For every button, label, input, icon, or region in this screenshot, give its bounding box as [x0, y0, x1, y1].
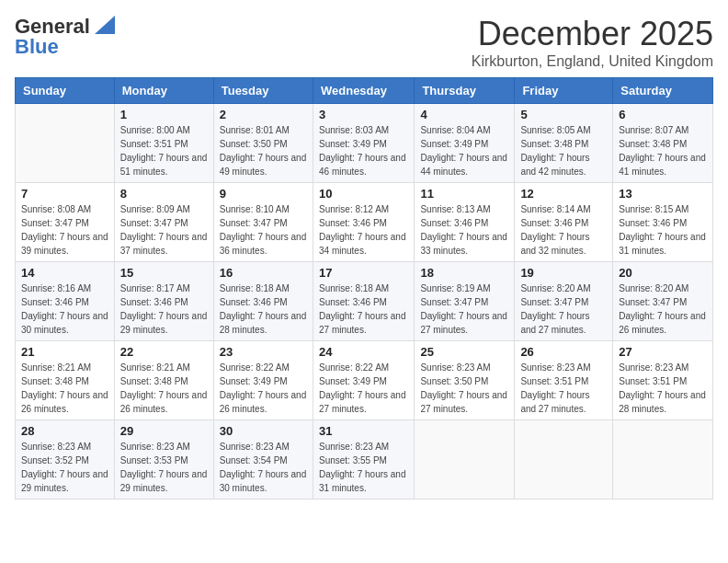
sunset-text: Sunset: 3:50 PM — [420, 376, 488, 386]
day-cell: 15Sunrise: 8:17 AMSunset: 3:46 PMDayligh… — [114, 262, 213, 341]
daylight-label: Daylight: — [120, 469, 159, 479]
day-info: Sunrise: 8:19 AMSunset: 3:47 PMDaylight:… — [420, 282, 508, 337]
sunset-text: Sunset: 3:53 PM — [120, 455, 188, 465]
day-cell — [415, 420, 515, 500]
day-number: 19 — [520, 266, 607, 280]
day-cell: 1Sunrise: 8:00 AMSunset: 3:51 PMDaylight… — [114, 104, 213, 183]
day-cell: 16Sunrise: 8:18 AMSunset: 3:46 PMDayligh… — [213, 262, 313, 341]
sunrise-text: Sunrise: 8:14 AM — [520, 204, 590, 214]
day-cell: 7Sunrise: 8:08 AMSunset: 3:47 PMDaylight… — [16, 183, 115, 262]
sunset-text: Sunset: 3:54 PM — [220, 455, 288, 465]
day-info: Sunrise: 8:23 AMSunset: 3:51 PMDaylight:… — [520, 361, 607, 416]
day-cell: 31Sunrise: 8:23 AMSunset: 3:55 PMDayligh… — [313, 420, 414, 500]
daylight-label: Daylight: — [319, 232, 358, 242]
sunset-text: Sunset: 3:47 PM — [420, 297, 488, 307]
sunrise-text: Sunrise: 8:03 AM — [319, 125, 389, 135]
day-cell: 24Sunrise: 8:22 AMSunset: 3:49 PMDayligh… — [313, 341, 414, 420]
day-info: Sunrise: 8:23 AMSunset: 3:54 PMDaylight:… — [220, 440, 307, 495]
day-info: Sunrise: 8:18 AMSunset: 3:46 PMDaylight:… — [220, 282, 307, 337]
day-number: 10 — [319, 187, 408, 201]
sunrise-text: Sunrise: 8:04 AM — [420, 125, 490, 135]
day-cell: 25Sunrise: 8:23 AMSunset: 3:50 PMDayligh… — [415, 341, 515, 420]
day-info: Sunrise: 8:18 AMSunset: 3:46 PMDaylight:… — [319, 282, 408, 337]
day-number: 14 — [21, 266, 108, 280]
day-cell: 22Sunrise: 8:21 AMSunset: 3:48 PMDayligh… — [114, 341, 213, 420]
daylight-label: Daylight: — [619, 232, 657, 242]
day-cell: 11Sunrise: 8:13 AMSunset: 3:46 PMDayligh… — [415, 183, 515, 262]
day-number: 26 — [520, 345, 607, 359]
daylight-label: Daylight: — [520, 153, 559, 163]
sunrise-text: Sunrise: 8:10 AM — [220, 204, 290, 214]
sunset-text: Sunset: 3:49 PM — [220, 376, 288, 386]
sunrise-text: Sunrise: 8:21 AM — [120, 362, 190, 373]
day-number: 27 — [619, 345, 707, 359]
day-number: 23 — [220, 345, 307, 359]
sunset-text: Sunset: 3:46 PM — [220, 297, 288, 307]
daylight-label: Daylight: — [520, 390, 559, 400]
day-info: Sunrise: 8:10 AMSunset: 3:47 PMDaylight:… — [220, 202, 307, 258]
daylight-label: Daylight: — [220, 311, 258, 321]
week-row-5: 28Sunrise: 8:23 AMSunset: 3:52 PMDayligh… — [16, 420, 713, 500]
day-cell: 30Sunrise: 8:23 AMSunset: 3:54 PMDayligh… — [213, 420, 313, 500]
day-number: 31 — [319, 424, 408, 438]
daylight-label: Daylight: — [220, 469, 258, 479]
day-info: Sunrise: 8:04 AMSunset: 3:49 PMDaylight:… — [420, 123, 508, 178]
daylight-label: Daylight: — [21, 469, 60, 479]
day-cell: 13Sunrise: 8:15 AMSunset: 3:46 PMDayligh… — [613, 183, 713, 262]
calendar-table: SundayMondayTuesdayWednesdayThursdayFrid… — [15, 77, 713, 500]
sunset-text: Sunset: 3:47 PM — [619, 297, 687, 307]
sunrise-text: Sunrise: 8:12 AM — [319, 204, 389, 214]
day-number: 21 — [21, 345, 108, 359]
daylight-label: Daylight: — [220, 390, 258, 400]
day-number: 9 — [220, 187, 307, 201]
day-info: Sunrise: 8:08 AMSunset: 3:47 PMDaylight:… — [21, 202, 108, 258]
day-number: 17 — [319, 266, 408, 280]
day-cell: 26Sunrise: 8:23 AMSunset: 3:51 PMDayligh… — [515, 341, 613, 420]
daylight-label: Daylight: — [319, 311, 358, 321]
day-number: 7 — [21, 187, 108, 201]
day-info: Sunrise: 8:23 AMSunset: 3:52 PMDaylight:… — [21, 440, 108, 495]
sunset-text: Sunset: 3:46 PM — [520, 218, 588, 228]
day-info: Sunrise: 8:20 AMSunset: 3:47 PMDaylight:… — [619, 282, 707, 337]
daylight-label: Daylight: — [220, 153, 258, 163]
day-number: 25 — [420, 345, 508, 359]
day-cell: 18Sunrise: 8:19 AMSunset: 3:47 PMDayligh… — [415, 262, 515, 341]
sunset-text: Sunset: 3:49 PM — [420, 139, 488, 149]
sunset-text: Sunset: 3:47 PM — [220, 218, 288, 228]
col-header-monday: Monday — [114, 78, 213, 104]
sunset-text: Sunset: 3:46 PM — [319, 218, 387, 228]
day-number: 13 — [619, 187, 707, 201]
day-cell: 21Sunrise: 8:21 AMSunset: 3:48 PMDayligh… — [16, 341, 115, 420]
logo-blue-text: Blue — [15, 35, 59, 59]
day-number: 24 — [319, 345, 408, 359]
day-number: 20 — [619, 266, 707, 280]
daylight-label: Daylight: — [520, 311, 559, 321]
week-row-4: 21Sunrise: 8:21 AMSunset: 3:48 PMDayligh… — [16, 341, 713, 420]
sunrise-text: Sunrise: 8:23 AM — [520, 362, 590, 373]
day-number: 2 — [220, 108, 307, 121]
col-header-saturday: Saturday — [613, 78, 713, 104]
day-info: Sunrise: 8:01 AMSunset: 3:50 PMDaylight:… — [220, 123, 307, 178]
sunrise-text: Sunrise: 8:05 AM — [520, 125, 590, 135]
day-info: Sunrise: 8:23 AMSunset: 3:53 PMDaylight:… — [120, 440, 208, 495]
sunset-text: Sunset: 3:52 PM — [21, 455, 89, 465]
day-number: 29 — [120, 424, 208, 438]
day-number: 1 — [120, 108, 208, 121]
sunset-text: Sunset: 3:48 PM — [619, 139, 687, 149]
day-info: Sunrise: 8:05 AMSunset: 3:48 PMDaylight:… — [520, 123, 607, 178]
week-row-3: 14Sunrise: 8:16 AMSunset: 3:46 PMDayligh… — [16, 262, 713, 341]
day-cell: 8Sunrise: 8:09 AMSunset: 3:47 PMDaylight… — [114, 183, 213, 262]
day-info: Sunrise: 8:15 AMSunset: 3:46 PMDaylight:… — [619, 202, 707, 258]
sunrise-text: Sunrise: 8:08 AM — [21, 204, 91, 214]
day-cell: 6Sunrise: 8:07 AMSunset: 3:48 PMDaylight… — [613, 104, 713, 183]
sunrise-text: Sunrise: 8:13 AM — [420, 204, 490, 214]
sunset-text: Sunset: 3:49 PM — [319, 139, 387, 149]
daylight-label: Daylight: — [319, 469, 358, 479]
daylight-label: Daylight: — [120, 232, 159, 242]
day-info: Sunrise: 8:14 AMSunset: 3:46 PMDaylight:… — [520, 202, 607, 258]
sunset-text: Sunset: 3:46 PM — [319, 297, 387, 307]
sunrise-text: Sunrise: 8:23 AM — [220, 442, 290, 452]
day-cell: 23Sunrise: 8:22 AMSunset: 3:49 PMDayligh… — [213, 341, 313, 420]
day-number: 15 — [120, 266, 208, 280]
sunrise-text: Sunrise: 8:23 AM — [21, 442, 91, 452]
